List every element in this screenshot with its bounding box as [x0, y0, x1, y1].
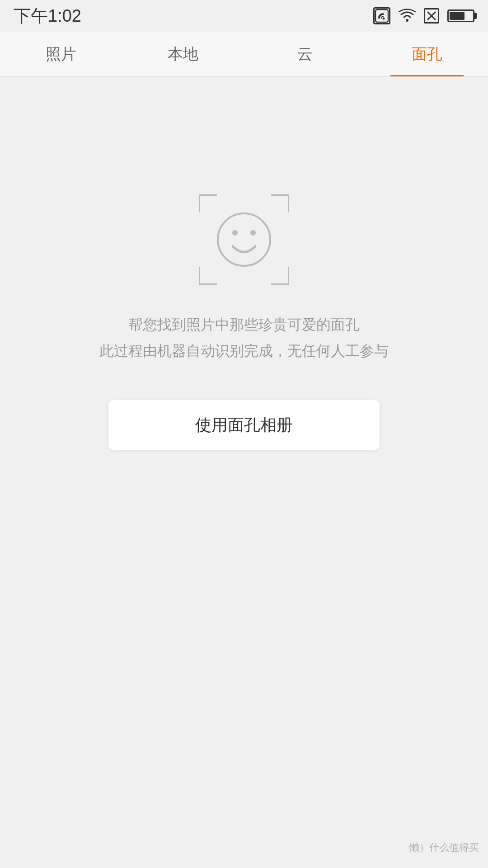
svg-point-2: [406, 19, 408, 22]
nfc-icon: [373, 7, 390, 24]
sim-icon: [424, 8, 439, 24]
face-smiley-icon: [212, 208, 276, 271]
main-content: 帮您找到照片中那些珍贵可爱的面孔 此过程由机器自动识别完成，无任何人工参与 使用…: [0, 77, 488, 450]
svg-rect-0: [375, 9, 388, 22]
description-line-2: 此过程由机器自动识别完成，无任何人工参与: [99, 338, 389, 364]
status-icons: [373, 7, 474, 24]
status-bar: 下午1:02: [0, 0, 488, 32]
tab-face[interactable]: 面孔: [366, 32, 488, 76]
svg-point-6: [232, 230, 238, 236]
watermark: 懒）什么值得买: [409, 841, 479, 854]
tab-cloud[interactable]: 云: [244, 32, 366, 76]
description-text: 帮您找到照片中那些珍贵可爱的面孔 此过程由机器自动识别完成，无任何人工参与: [99, 312, 389, 364]
use-face-album-button[interactable]: 使用面孔相册: [108, 400, 380, 450]
tab-bar: 照片 本地 云 面孔: [0, 32, 488, 77]
tab-local[interactable]: 本地: [122, 32, 244, 76]
tab-photos[interactable]: 照片: [0, 32, 122, 76]
face-icon-container: [199, 194, 289, 285]
wifi-icon: [399, 9, 416, 23]
battery-icon: [447, 9, 474, 22]
svg-point-5: [218, 213, 270, 266]
description-line-1: 帮您找到照片中那些珍贵可爱的面孔: [99, 312, 389, 338]
svg-point-7: [250, 230, 256, 236]
status-time: 下午1:02: [14, 5, 81, 28]
svg-point-1: [383, 18, 385, 20]
use-face-album-label: 使用面孔相册: [195, 414, 293, 436]
